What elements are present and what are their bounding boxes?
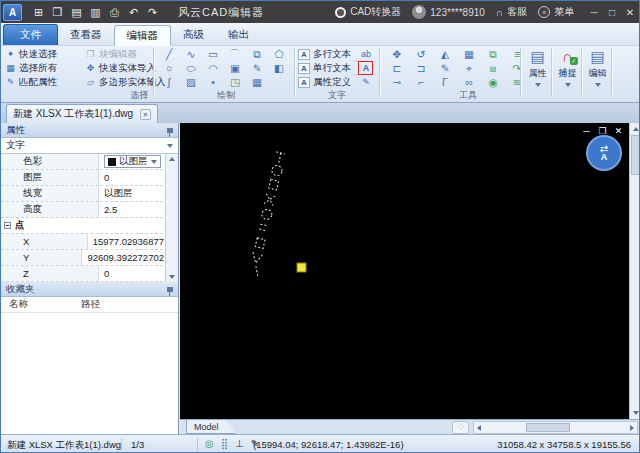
model-space-tab[interactable]: Model xyxy=(186,420,236,434)
match-properties-button[interactable]: ✎匹配属性 xyxy=(5,75,57,89)
menu-button[interactable]: ≡ 菜单 xyxy=(538,5,574,19)
hatch-pattern-icon[interactable]: ▨ xyxy=(180,76,202,89)
redo-icon[interactable]: ↷ xyxy=(143,6,162,19)
horizontal-scrollbar[interactable] xyxy=(473,421,638,434)
scroll-up-icon[interactable] xyxy=(169,157,175,161)
scroll-down-icon[interactable] xyxy=(169,275,175,279)
table-icon[interactable]: ▦ xyxy=(246,76,268,89)
hscroll-thumb[interactable] xyxy=(526,423,570,432)
chamfer-icon[interactable]: Γ xyxy=(433,76,457,89)
save-icon[interactable]: ▤ xyxy=(67,6,86,19)
mirror-icon[interactable]: ◭ xyxy=(433,48,457,61)
join-icon[interactable]: ∞ xyxy=(457,76,481,89)
cad-convert-float-button[interactable]: ⇄ A xyxy=(586,135,622,171)
point-section-row[interactable]: 点 xyxy=(1,218,178,234)
collapse-icon[interactable] xyxy=(4,222,11,229)
favorites-name-column[interactable]: 名称 xyxy=(1,298,81,311)
converter-label: CAD转换器 xyxy=(350,5,401,19)
tab-advanced[interactable]: 高级 xyxy=(171,24,216,45)
multiline-text-button[interactable]: A多行文本 xyxy=(298,47,351,61)
point-icon[interactable]: • xyxy=(202,76,224,89)
edit-note-icon[interactable]: ✎ xyxy=(357,75,375,89)
scroll-up-icon[interactable] xyxy=(633,127,639,131)
attribute-icon: A xyxy=(298,77,310,88)
select-all-button[interactable]: ▦选择所有 xyxy=(5,61,57,75)
duplicate-icon[interactable]: ⧈ xyxy=(481,62,505,75)
scroll-down-icon[interactable] xyxy=(633,411,639,415)
ellipse-icon[interactable]: ⬭ xyxy=(180,62,202,75)
pin-icon[interactable] xyxy=(167,128,173,133)
singleline-text-button[interactable]: A单行文本 xyxy=(298,61,351,75)
mdi-minimize-icon[interactable]: ─ xyxy=(582,126,591,136)
drawing-canvas[interactable]: ─ ❐ ✕ ⇄ A xyxy=(180,123,640,419)
attribute-define-button[interactable]: A属性定义 xyxy=(298,75,351,89)
measure-icon[interactable]: ⊸ xyxy=(385,76,409,89)
grid-scrollbar[interactable] xyxy=(165,154,178,282)
polyline-icon[interactable]: ⌒ xyxy=(224,48,246,61)
pick-icon[interactable]: ✎ xyxy=(433,62,457,75)
entity-type-selector[interactable]: 文字 xyxy=(1,138,178,154)
maximize-button[interactable]: □ xyxy=(603,7,621,18)
print-icon[interactable]: ⎙ xyxy=(105,6,124,19)
scroll-left-icon[interactable] xyxy=(477,425,481,431)
vscroll-thumb[interactable] xyxy=(631,135,640,175)
minimize-button[interactable]: ─ xyxy=(585,7,603,18)
status-separator xyxy=(197,438,198,451)
insert-image-icon[interactable]: ▣ xyxy=(224,62,246,75)
color-dropdown[interactable]: 以图层 xyxy=(104,155,161,168)
new-file-icon[interactable]: ⊞ xyxy=(29,6,48,19)
selection-grip[interactable] xyxy=(297,263,306,272)
hatch-icon[interactable]: ◧ xyxy=(268,62,290,75)
text-align-icon[interactable]: ab xyxy=(357,47,375,61)
cad-converter-button[interactable]: CAD转换器 xyxy=(335,5,401,19)
stretch-icon[interactable]: ⊏ xyxy=(385,62,409,75)
spline-icon[interactable]: ∿ xyxy=(180,48,202,61)
tab-editor[interactable]: 编辑器 xyxy=(114,25,172,46)
circles-icon[interactable]: ◉ xyxy=(481,76,505,89)
scale-icon[interactable]: ⊐ xyxy=(409,62,433,75)
open-file-icon[interactable]: ❒ xyxy=(48,6,67,19)
account-button[interactable]: 123****8910 xyxy=(412,5,485,19)
properties-big-button[interactable]: ▤ 属性 xyxy=(524,46,551,102)
pin-icon[interactable] xyxy=(167,287,173,292)
circle-icon[interactable]: ○ xyxy=(158,62,180,75)
tab-viewer[interactable]: 查看器 xyxy=(58,24,114,45)
snap-big-button[interactable]: ∩✓ 捕捉 xyxy=(554,46,581,102)
tab-file[interactable]: 文件 xyxy=(3,24,58,45)
axis-icon[interactable]: ⌖ xyxy=(457,62,481,75)
title-bar: A ⊞ ❒ ▤ ▥ ⎙ ↶ ↷ 风云CAD编辑器 CAD转换器 123****8… xyxy=(1,1,639,23)
ortho-icon[interactable]: ⊥ xyxy=(235,438,244,449)
arc-icon[interactable]: ◠ xyxy=(202,62,224,75)
tab-output[interactable]: 输出 xyxy=(216,24,261,45)
grid-snap-icon[interactable]: ⣿ xyxy=(221,438,228,449)
find-icon[interactable]: ◎ xyxy=(205,438,214,449)
rectangle-icon[interactable]: ▭ xyxy=(202,48,224,61)
edit-text-icon[interactable]: A xyxy=(357,61,375,75)
copy-icon[interactable]: ⧉ xyxy=(481,48,505,61)
favorite-heart-button[interactable]: ♡ xyxy=(452,421,469,434)
save-as-icon[interactable]: ▥ xyxy=(86,6,105,19)
pencil-icon[interactable]: ✎ xyxy=(246,62,268,75)
copy-block-icon[interactable]: ⧉ xyxy=(246,48,268,61)
fillet-icon[interactable]: ⌐ xyxy=(409,76,433,89)
rotate-icon[interactable]: ↺ xyxy=(409,48,433,61)
quick-select-button[interactable]: ✦快速选择 xyxy=(5,47,57,61)
undo-icon[interactable]: ↶ xyxy=(124,6,143,19)
document-tab[interactable]: 新建 XLSX 工作表1(1).dwg ✕ xyxy=(6,104,158,123)
edit-big-button[interactable]: ▤ 编辑 xyxy=(584,46,611,102)
mdi-close-icon[interactable]: ✕ xyxy=(614,126,623,136)
y-value[interactable]: 92609.392272702 xyxy=(81,250,178,265)
polygon-icon[interactable]: ⬠ xyxy=(268,48,290,61)
raster-image-icon[interactable]: ◳ xyxy=(224,76,246,89)
array-icon[interactable]: ▦ xyxy=(457,48,481,61)
document-close-icon[interactable]: ✕ xyxy=(140,109,151,120)
move-icon[interactable]: ✥ xyxy=(385,48,409,61)
customer-service-button[interactable]: ∩ 客服 xyxy=(496,5,527,19)
drawing-entity[interactable] xyxy=(180,123,629,419)
freehand-icon[interactable]: ʃ xyxy=(158,76,180,89)
favorites-path-column[interactable]: 路径 xyxy=(81,298,100,311)
vertical-scrollbar[interactable] xyxy=(629,123,640,419)
close-button[interactable]: ✕ xyxy=(621,7,639,18)
scroll-right-icon[interactable] xyxy=(630,425,634,431)
line-icon[interactable]: ╱ xyxy=(158,48,180,61)
